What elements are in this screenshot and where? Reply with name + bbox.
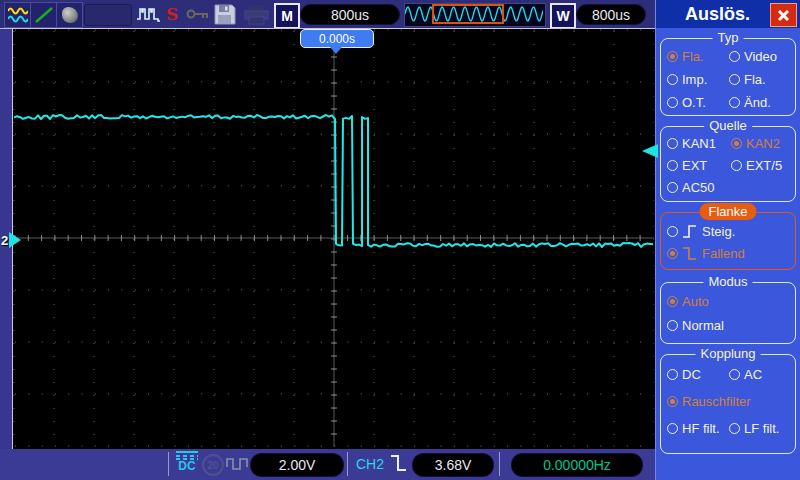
top-toolbar: S M 800us — [0, 0, 655, 29]
save-floppy-icon — [214, 4, 236, 25]
trigger-level-readout: 3.68V — [412, 453, 494, 477]
close-x-icon — [777, 9, 790, 22]
section-kopplung-legend: Kopplung — [696, 346, 761, 361]
radio-flanke-fallend[interactable]: Fallend — [667, 246, 795, 261]
trigger-level-arrow[interactable] — [642, 144, 658, 158]
radio-quelle-ac50[interactable]: AC50 — [667, 180, 731, 195]
key-icon — [186, 5, 210, 23]
channel2-level-marker[interactable]: 2 — [1, 232, 21, 248]
radio-icon — [667, 138, 678, 149]
section-modus: Modus Auto Normal — [660, 282, 796, 344]
window-timebase-readout: 800us — [576, 4, 646, 25]
radio-modus-auto[interactable]: Auto — [667, 294, 795, 309]
radio-icon — [667, 182, 678, 193]
section-kopplung: Kopplung DC AC Rauschfilter HF filt. LF … — [660, 354, 796, 454]
radio-kopplung-ac[interactable]: AC — [729, 367, 793, 382]
rising-edge-icon — [682, 224, 698, 239]
divider — [168, 452, 169, 476]
radio-icon — [729, 423, 740, 434]
radio-icon — [731, 138, 742, 149]
section-typ-legend: Typ — [713, 30, 744, 45]
radio-icon — [729, 74, 740, 85]
section-quelle-legend: Quelle — [704, 118, 752, 133]
radio-quelle-ext5[interactable]: EXT/5 — [731, 158, 793, 173]
radio-kopplung-dc[interactable]: DC — [667, 367, 729, 382]
bandwidth-limit-badge: 20 — [202, 454, 224, 476]
toolbar-empty-slot — [84, 4, 132, 26]
radio-icon — [667, 320, 678, 331]
radio-typ-video[interactable]: Video — [729, 49, 793, 64]
radio-icon — [667, 369, 678, 380]
radio-icon — [667, 226, 678, 237]
divider — [347, 452, 348, 476]
section-quelle: Quelle KAN1 KAN2 EXT EXT/5 AC50 — [660, 126, 796, 202]
section-modus-legend: Modus — [703, 274, 752, 289]
panel-title: Auslös. — [685, 4, 750, 25]
waveform-display — [12, 28, 657, 450]
panel-header: Auslös. — [656, 0, 800, 28]
radio-flanke-steigend[interactable]: Steig. — [667, 224, 795, 239]
radio-kopplung-lf-filt[interactable]: LF filt. — [729, 421, 793, 436]
radio-icon — [667, 248, 678, 259]
radio-icon — [729, 51, 740, 62]
save-button[interactable] — [214, 4, 236, 29]
trigger-source-label: CH2 — [356, 456, 384, 472]
frequency-counter-readout: 0.00000Hz — [511, 453, 643, 477]
pulse-button[interactable] — [136, 4, 164, 28]
trigger-position-tab[interactable]: 0.000s — [300, 29, 374, 48]
print-button[interactable] — [244, 4, 269, 29]
channels-waves-button[interactable] — [4, 2, 31, 28]
radio-icon — [729, 97, 740, 108]
snapshot-button[interactable] — [56, 2, 83, 28]
radio-modus-normal[interactable]: Normal — [667, 318, 795, 333]
radio-typ-ot[interactable]: O.T. — [667, 95, 729, 110]
radio-typ-flanke[interactable]: Fla. — [667, 49, 729, 64]
radio-icon — [667, 97, 678, 108]
channel-number: 2 — [1, 233, 8, 248]
radio-icon — [667, 423, 678, 434]
radio-icon — [667, 160, 678, 171]
snapshot-icon — [62, 7, 78, 23]
channel-arrow-icon — [9, 232, 21, 248]
window-timebase-button[interactable]: W — [550, 3, 576, 29]
radio-icon — [667, 296, 678, 307]
radio-kopplung-hf-filt[interactable]: HF filt. — [667, 421, 729, 436]
falling-edge-icon — [682, 246, 698, 261]
radio-icon — [729, 369, 740, 380]
pulse-icon — [136, 4, 164, 24]
radio-kopplung-rauschfilter[interactable]: Rauschfilter — [667, 394, 793, 409]
trigger-slope-falling-icon — [390, 454, 408, 477]
radio-icon — [667, 74, 678, 85]
radio-typ-impuls[interactable]: Imp. — [667, 72, 729, 87]
section-flanke-legend: Flanke — [699, 203, 756, 220]
radio-quelle-ext[interactable]: EXT — [667, 158, 731, 173]
main-timebase-button[interactable]: M — [274, 3, 300, 29]
coupling-dc-icon: DC — [176, 451, 198, 472]
waveform-preview[interactable] — [404, 3, 546, 27]
section-flanke: Flanke Steig. Fallend — [660, 212, 796, 270]
print-icon — [244, 4, 269, 25]
close-button[interactable] — [770, 3, 797, 27]
radio-quelle-kan2[interactable]: KAN2 — [731, 136, 793, 151]
s-run-indicator: S — [166, 4, 178, 24]
radio-icon — [667, 51, 678, 62]
trigger-position-pointer-icon — [330, 47, 342, 54]
cursor-line-button[interactable] — [30, 2, 57, 28]
oscilloscope-screen: S M 800us — [0, 0, 800, 480]
radio-quelle-kan1[interactable]: KAN1 — [667, 136, 731, 151]
channels-waves-icon — [8, 6, 28, 24]
radio-icon — [667, 396, 678, 407]
radio-typ-flanke2[interactable]: Fla. — [729, 72, 793, 87]
radio-typ-aend[interactable]: Änd. — [729, 95, 793, 110]
radio-icon — [731, 160, 742, 171]
line-icon — [34, 6, 54, 24]
section-typ: Typ Fla. Video Imp. Fla. O.T. Änd. — [660, 38, 796, 116]
volts-per-div-readout: 2.00V — [250, 453, 344, 477]
key-lock-button[interactable] — [186, 5, 210, 27]
trigger-menu-panel: Auslös. Typ Fla. Video Imp. Fla. O.T. Än… — [655, 0, 800, 480]
main-timebase-readout: 800us — [300, 4, 400, 25]
invert-squarewave-icon — [226, 456, 248, 476]
divider — [499, 452, 500, 476]
